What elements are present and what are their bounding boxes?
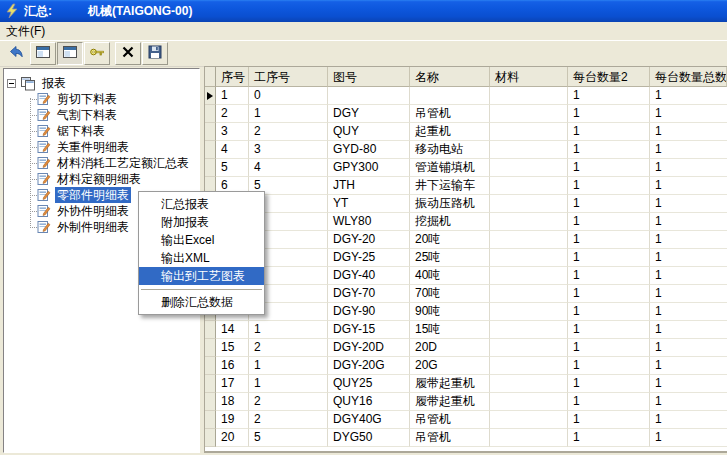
- table-cell[interactable]: 1: [650, 393, 727, 411]
- table-cell[interactable]: 1: [650, 195, 727, 213]
- table-cell[interactable]: 1: [216, 87, 249, 105]
- table-cell[interactable]: GYD-80: [328, 141, 410, 159]
- table-row[interactable]: 161DGY-20G20G11: [205, 357, 727, 375]
- table-cell[interactable]: 1: [650, 177, 727, 195]
- table-cell[interactable]: 25吨: [410, 249, 490, 267]
- tree-item-6[interactable]: 材料定额明细表: [4, 171, 199, 187]
- table-cell[interactable]: [490, 195, 568, 213]
- table-cell[interactable]: [490, 375, 568, 393]
- table-cell[interactable]: 4: [249, 159, 328, 177]
- row-selector[interactable]: [205, 123, 216, 141]
- table-cell[interactable]: 履带起重机: [410, 393, 490, 411]
- row-selector[interactable]: [205, 411, 216, 429]
- table-cell[interactable]: 1: [650, 267, 727, 285]
- table-row[interactable]: 152DGY-20D20D11: [205, 339, 727, 357]
- layout-a-button[interactable]: [30, 42, 56, 65]
- table-cell[interactable]: 1: [568, 141, 650, 159]
- table-cell[interactable]: 挖掘机: [410, 213, 490, 231]
- table-cell[interactable]: 18: [216, 393, 249, 411]
- table-cell[interactable]: 1: [650, 375, 727, 393]
- column-header[interactable]: 图号: [328, 67, 410, 87]
- column-header[interactable]: 材料: [490, 67, 568, 87]
- table-cell[interactable]: 20吨: [410, 231, 490, 249]
- table-cell[interactable]: [490, 429, 568, 447]
- table-cell[interactable]: DGY-20G: [328, 357, 410, 375]
- key-button[interactable]: [84, 42, 110, 65]
- table-cell[interactable]: 1: [568, 411, 650, 429]
- table-cell[interactable]: 20G: [410, 357, 490, 375]
- table-row[interactable]: 141DGY-1515吨11: [205, 321, 727, 339]
- table-cell[interactable]: 20: [216, 429, 249, 447]
- table-cell[interactable]: DGY: [328, 105, 410, 123]
- table-cell[interactable]: 1: [568, 375, 650, 393]
- column-header[interactable]: 名称: [410, 67, 490, 87]
- table-cell[interactable]: [490, 411, 568, 429]
- row-selector[interactable]: [205, 429, 216, 447]
- tree-item-4[interactable]: 关重件明细表: [4, 139, 199, 155]
- table-cell[interactable]: 1: [568, 87, 650, 105]
- row-selector[interactable]: [205, 321, 216, 339]
- column-header[interactable]: 工序号: [249, 67, 328, 87]
- table-cell[interactable]: 1: [568, 339, 650, 357]
- table-cell[interactable]: 履带起重机: [410, 375, 490, 393]
- table-cell[interactable]: YT: [328, 195, 410, 213]
- table-cell[interactable]: 井下运输车: [410, 177, 490, 195]
- table-cell[interactable]: GPY300: [328, 159, 410, 177]
- table-cell[interactable]: 吊管机: [410, 105, 490, 123]
- table-row[interactable]: 65JTH井下运输车11: [205, 177, 727, 195]
- table-cell[interactable]: DGY-20D: [328, 339, 410, 357]
- table-cell[interactable]: 管道铺填机: [410, 159, 490, 177]
- table-cell[interactable]: 1: [568, 267, 650, 285]
- table-cell[interactable]: 2: [249, 393, 328, 411]
- context-menu-item[interactable]: 附加报表: [139, 213, 264, 231]
- tree-item-2[interactable]: 气割下料表: [4, 107, 199, 123]
- table-cell[interactable]: [328, 87, 410, 105]
- table-cell[interactable]: 移动电站: [410, 141, 490, 159]
- table-cell[interactable]: JTH: [328, 177, 410, 195]
- tree-root-reports[interactable]: 报表: [4, 76, 199, 91]
- table-cell[interactable]: 1: [568, 429, 650, 447]
- table-cell[interactable]: 1: [568, 231, 650, 249]
- table-cell[interactable]: DGY40G: [328, 411, 410, 429]
- table-cell[interactable]: 1: [249, 357, 328, 375]
- table-cell[interactable]: 1: [650, 339, 727, 357]
- back-button[interactable]: [3, 42, 29, 65]
- table-row[interactable]: 205DYG50吊管机11: [205, 429, 727, 447]
- table-cell[interactable]: 20D: [410, 339, 490, 357]
- table-cell[interactable]: 吊管机: [410, 411, 490, 429]
- table-cell[interactable]: 70吨: [410, 285, 490, 303]
- table-cell[interactable]: 1: [650, 123, 727, 141]
- row-selector[interactable]: [205, 339, 216, 357]
- table-cell[interactable]: 1: [650, 285, 727, 303]
- table-cell[interactable]: 17: [216, 375, 249, 393]
- table-cell[interactable]: [490, 339, 568, 357]
- table-cell[interactable]: 1: [249, 105, 328, 123]
- context-menu-item[interactable]: 输出Excel: [139, 231, 264, 249]
- table-cell[interactable]: 1: [650, 87, 727, 105]
- row-selector[interactable]: [205, 141, 216, 159]
- table-row[interactable]: 43GYD-80移动电站11: [205, 141, 727, 159]
- column-header[interactable]: 每台数量2: [568, 67, 650, 87]
- table-cell[interactable]: 1: [568, 393, 650, 411]
- table-cell[interactable]: 14: [216, 321, 249, 339]
- table-cell[interactable]: [490, 123, 568, 141]
- table-cell[interactable]: 0: [249, 87, 328, 105]
- table-cell[interactable]: DGY-90: [328, 303, 410, 321]
- table-row[interactable]: 1011: [205, 87, 727, 105]
- table-cell[interactable]: DGY-20: [328, 231, 410, 249]
- table-cell[interactable]: [490, 231, 568, 249]
- table-cell[interactable]: DGY-70: [328, 285, 410, 303]
- row-selector[interactable]: [205, 159, 216, 177]
- table-cell[interactable]: 起重机: [410, 123, 490, 141]
- table-cell[interactable]: [410, 87, 490, 105]
- table-cell[interactable]: 1: [650, 249, 727, 267]
- table-row[interactable]: 8WLY80挖掘机11: [205, 213, 727, 231]
- table-cell[interactable]: [490, 87, 568, 105]
- layout-b-button[interactable]: [57, 42, 83, 65]
- table-cell[interactable]: 1: [568, 285, 650, 303]
- table-cell[interactable]: 15吨: [410, 321, 490, 339]
- table-row[interactable]: 32QUY起重机11: [205, 123, 727, 141]
- tree-item-3[interactable]: 锯下料表: [4, 123, 199, 139]
- column-header[interactable]: 每台数量总数: [650, 67, 727, 87]
- table-cell[interactable]: [490, 267, 568, 285]
